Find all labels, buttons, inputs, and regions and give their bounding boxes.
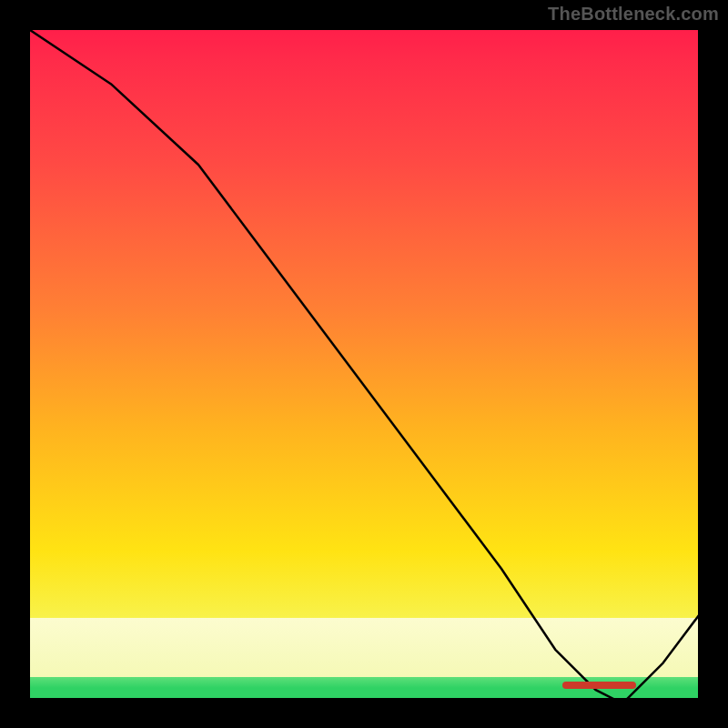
plot-gradient-background <box>27 27 701 701</box>
plot-area <box>27 27 701 701</box>
line-series <box>30 30 703 703</box>
highlight-marker <box>562 682 636 689</box>
watermark-text: TheBottleneck.com <box>548 4 719 25</box>
chart-frame: TheBottleneck.com <box>0 0 728 728</box>
